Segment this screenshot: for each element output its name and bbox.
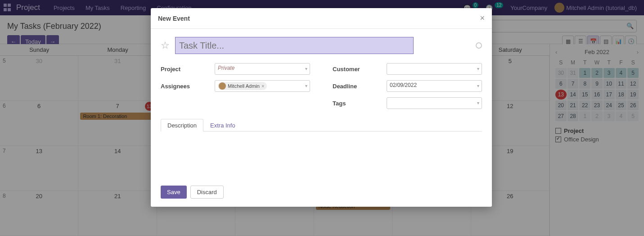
tab-description[interactable]: Description	[161, 119, 203, 132]
customer-label: Customer	[333, 66, 387, 73]
save-button[interactable]: Save	[161, 186, 187, 199]
chevron-down-icon: ▾	[305, 83, 307, 88]
modal-title: New Event	[158, 15, 190, 22]
chevron-down-icon: ▾	[477, 83, 479, 88]
new-event-modal: New Event × ☆ Project Private▾ Assignees…	[151, 8, 492, 207]
priority-star-icon[interactable]: ☆	[161, 40, 170, 51]
deadline-label: Deadline	[333, 83, 387, 90]
tags-select[interactable]: ▾	[387, 97, 482, 109]
discard-button[interactable]: Discard	[190, 186, 224, 199]
chevron-down-icon: ▾	[477, 66, 479, 71]
assignees-select[interactable]: Mitchell Admin× ▾	[215, 80, 310, 92]
chevron-down-icon: ▾	[305, 66, 307, 71]
chevron-down-icon: ▾	[477, 100, 479, 105]
project-select[interactable]: Private▾	[215, 63, 310, 75]
assignees-label: Assignees	[161, 83, 215, 90]
tab-extra-info[interactable]: Extra Info	[203, 119, 242, 132]
customer-select[interactable]: ▾	[387, 63, 482, 75]
stage-indicator-icon[interactable]	[476, 42, 482, 49]
task-title-input[interactable]	[175, 37, 414, 54]
remove-tag-icon[interactable]: ×	[261, 83, 264, 89]
description-editor[interactable]	[161, 132, 482, 172]
deadline-input[interactable]: 02/09/2022▾	[387, 80, 482, 92]
close-icon[interactable]: ×	[480, 14, 485, 23]
tags-label: Tags	[333, 100, 387, 107]
project-label: Project	[161, 66, 215, 73]
assignee-tag: Mitchell Admin×	[218, 82, 267, 90]
avatar	[219, 82, 226, 90]
